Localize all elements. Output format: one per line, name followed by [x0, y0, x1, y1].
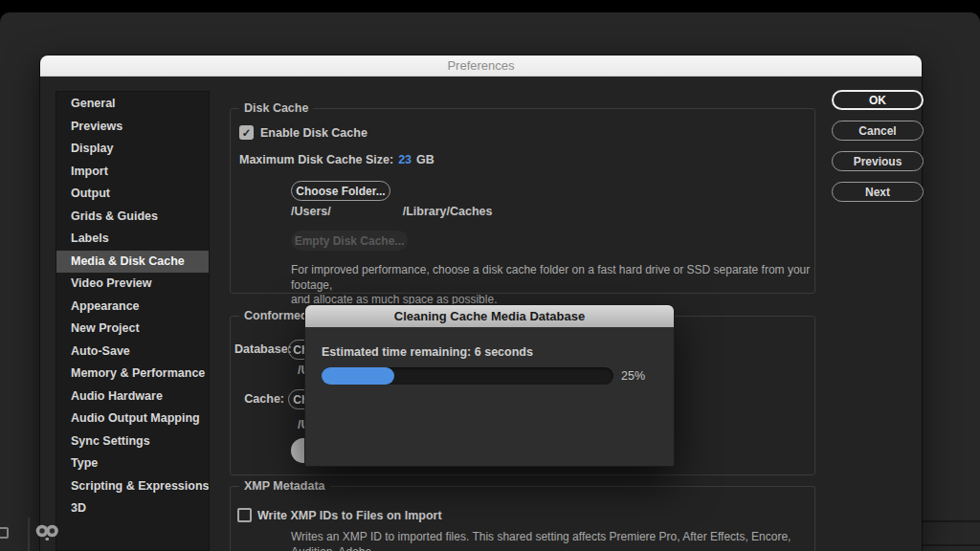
disk-cache-path-redacted	[331, 205, 403, 218]
window-title: Preferences	[447, 58, 514, 73]
sidebar-item-memory-performance[interactable]: Memory & Performance	[56, 363, 209, 386]
sidebar-item-appearance[interactable]: Appearance	[56, 296, 209, 319]
xmp-metadata-group-title: XMP Metadata	[239, 479, 330, 494]
background-panel-divider	[922, 544, 980, 546]
enable-disk-cache-checkbox[interactable]: ✓	[239, 125, 254, 140]
sidebar-item-grids-guides[interactable]: Grids & Guides	[56, 206, 209, 229]
max-disk-cache-size-label: Maximum Disk Cache Size:	[239, 153, 393, 166]
background-panel-divider	[922, 520, 980, 522]
sidebar-item-previews[interactable]: Previews	[56, 116, 209, 139]
progress-bar-fill	[322, 367, 394, 385]
write-xmp-ids-label: Write XMP IDs to Files on Import	[257, 509, 442, 522]
disk-cache-path-suffix: /Library/Caches	[403, 205, 493, 218]
sidebar-item-media-disk-cache[interactable]: Media & Disk Cache	[56, 251, 209, 274]
xmp-metadata-description: Writes an XMP ID to imported files. This…	[291, 530, 832, 551]
previous-button[interactable]: Previous	[832, 151, 924, 171]
sidebar-item-import[interactable]: Import	[56, 161, 209, 184]
sidebar-item-labels[interactable]: Labels	[56, 228, 209, 251]
max-disk-cache-size-row: Maximum Disk Cache Size: 23 GB	[239, 153, 434, 166]
progress-status-text: Estimated time remaining: 6 seconds	[322, 345, 533, 359]
xmp-metadata-group: XMP Metadata Write XMP IDs to Files on I…	[230, 486, 815, 551]
disk-cache-path: /Users/ /Library/Caches	[291, 205, 493, 218]
ok-button[interactable]: OK	[832, 90, 924, 110]
sidebar-item-audio-output-mapping[interactable]: Audio Output Mapping	[56, 408, 209, 430]
progress-dialog-title: Cleaning Cache Media Database	[394, 309, 585, 323]
progress-dialog-titlebar[interactable]: Cleaning Cache Media Database	[305, 305, 674, 327]
preferences-window: Preferences GeneralPreviewsDisplayImport…	[40, 55, 922, 551]
panel-fragment-icon	[0, 527, 9, 539]
disk-cache-group: Disk Cache ✓ Enable Disk Cache Maximum D…	[230, 108, 815, 294]
sidebar-item-general[interactable]: General	[56, 93, 209, 116]
sidebar-item-new-project[interactable]: New Project	[56, 318, 209, 341]
max-disk-cache-size-unit: GB	[416, 153, 434, 166]
progress-bar	[322, 367, 613, 385]
binoculars-icon	[34, 523, 59, 546]
progress-percent-label: 25%	[621, 369, 645, 383]
sidebar-item-display[interactable]: Display	[56, 138, 209, 161]
max-disk-cache-size-value[interactable]: 23	[398, 153, 412, 166]
sidebar-item-auto-save[interactable]: Auto-Save	[56, 341, 209, 364]
disk-cache-path-prefix: /Users/	[291, 205, 331, 218]
sidebar-item-audio-hardware[interactable]: Audio Hardware	[56, 386, 209, 408]
choose-folder-button[interactable]: Choose Folder...	[291, 181, 390, 201]
write-xmp-ids-checkbox[interactable]	[237, 508, 252, 522]
next-button[interactable]: Next	[832, 182, 924, 202]
sidebar: GeneralPreviewsDisplayImportOutputGrids …	[56, 91, 210, 551]
check-icon: ✓	[242, 126, 252, 140]
window-titlebar[interactable]: Preferences	[40, 55, 922, 77]
sidebar-item-video-preview[interactable]: Video Preview	[56, 273, 209, 296]
progress-dialog: Cleaning Cache Media Database Estimated …	[304, 304, 675, 467]
sidebar-item-scripting-expressions[interactable]: Scripting & Expressions	[56, 475, 209, 498]
cache-label: Cache:	[234, 392, 284, 406]
sidebar-item-3d[interactable]: 3D	[56, 497, 209, 520]
background-panel-divider	[28, 518, 30, 551]
sidebar-item-sync-settings[interactable]: Sync Settings	[56, 430, 209, 453]
database-label: Database:	[234, 342, 284, 356]
sidebar-item-type[interactable]: Type	[56, 452, 209, 475]
disk-cache-group-title: Disk Cache	[239, 101, 313, 116]
enable-disk-cache-label: Enable Disk Cache	[260, 126, 368, 140]
disk-cache-description: For improved performance, choose a disk …	[291, 263, 827, 308]
cancel-button[interactable]: Cancel	[832, 121, 924, 141]
screen: Preferences GeneralPreviewsDisplayImport…	[0, 0, 980, 551]
empty-disk-cache-button[interactable]: Empty Disk Cache...	[291, 231, 408, 251]
sidebar-item-output[interactable]: Output	[56, 183, 209, 206]
